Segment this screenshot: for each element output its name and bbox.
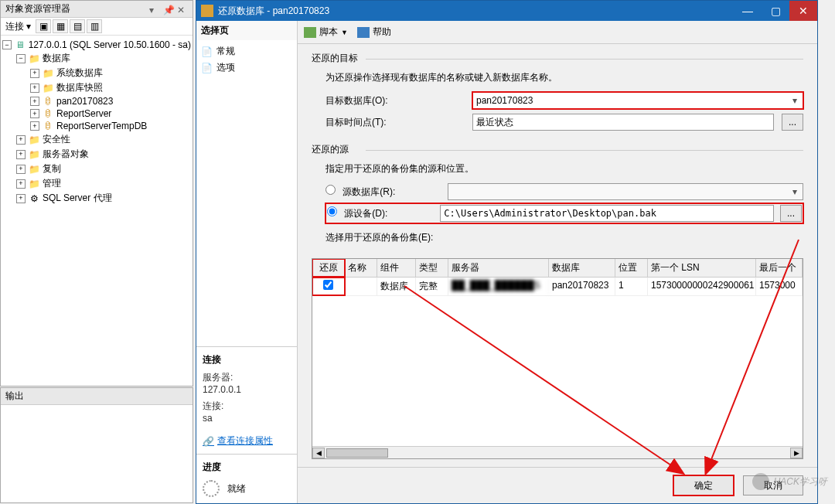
folder-icon: 📁	[28, 164, 40, 175]
view-connection-link[interactable]: 🔗 查看连接属性	[203, 434, 273, 448]
folder-icon: 📁	[28, 135, 40, 145]
watermark-text: HACK学习呀	[774, 475, 827, 489]
expander-icon[interactable]: +	[30, 109, 39, 118]
restore-target-desc: 为还原操作选择现有数据库的名称或键入新数据库名称。	[325, 71, 803, 84]
close-icon[interactable]: ✕	[177, 5, 188, 14]
expander-icon[interactable]: +	[30, 121, 39, 131]
toolbar-btn-2[interactable]: ▦	[53, 19, 68, 33]
pin-icon[interactable]: 📌	[163, 5, 174, 14]
source-device-radio-label[interactable]: 源设备(D):	[327, 206, 387, 220]
grid-header-firstlsn[interactable]: 第一个 LSN	[648, 259, 756, 277]
toolbar-btn-3[interactable]: ▤	[70, 19, 85, 33]
target-time-browse-button[interactable]: ...	[782, 114, 803, 131]
cell-lastlsn: 1573000	[756, 278, 803, 295]
link-label: 查看连接属性	[217, 434, 273, 448]
restore-source-desc: 指定用于还原的备份集的源和位置。	[325, 162, 803, 175]
grid-header-restore[interactable]: 还原	[312, 259, 345, 277]
object-explorer-panel: 对象资源管理器 ▾ 📌 ✕ 连接 ▾ ▣ ▦ ▤ ▥ − 🖥 127.0.0.1…	[0, 0, 193, 387]
database-icon	[201, 5, 213, 17]
restore-checkbox[interactable]	[323, 280, 333, 290]
restore-checkbox-cell[interactable]	[312, 278, 345, 295]
tree-server-node[interactable]: − 🖥 127.0.0.1 (SQL Server 10.50.1600 - s…	[2, 39, 191, 51]
dialog-toolbar: 脚本 ▼ 帮助	[298, 21, 817, 44]
scroll-left-button[interactable]: ◀	[312, 448, 325, 458]
source-db-radio[interactable]	[325, 185, 336, 195]
expander-icon[interactable]: +	[16, 165, 26, 174]
expander-icon[interactable]: +	[16, 194, 26, 203]
script-button[interactable]: 脚本 ▼	[304, 26, 348, 39]
connection-value: sa	[203, 413, 291, 424]
object-explorer-tree: − 🖥 127.0.0.1 (SQL Server 10.50.1600 - s…	[1, 36, 193, 209]
expander-icon[interactable]: +	[30, 83, 39, 93]
grid-header-row: 还原 名称 组件 类型 服务器 数据库 位置 第一个 LSN 最后一个	[312, 259, 803, 278]
database-icon: 🛢	[42, 96, 54, 107]
grid-header-position[interactable]: 位置	[615, 259, 648, 277]
backup-sets-grid[interactable]: 还原 名称 组件 类型 服务器 数据库 位置 第一个 LSN 最后一个 数据库	[312, 258, 803, 459]
connection-label: 连接:	[203, 400, 291, 413]
grid-horizontal-scrollbar[interactable]: ◀ ▶	[312, 446, 803, 458]
restore-target-title: 还原的目标	[312, 52, 803, 65]
dropdown-icon[interactable]: ▾	[149, 5, 160, 14]
help-icon	[357, 27, 370, 38]
tree-db-reportserver-node[interactable]: + 🛢 ReportServer	[2, 107, 191, 120]
tree-label: SQL Server 代理	[43, 192, 112, 205]
tree-db-reportservertemp-node[interactable]: + 🛢 ReportServerTempDB	[2, 120, 191, 132]
ok-button[interactable]: 确定	[673, 475, 734, 495]
tree-sysdb-node[interactable]: + 📁 系统数据库	[2, 66, 191, 80]
expander-icon[interactable]: +	[30, 69, 39, 78]
tree-management-node[interactable]: + 📁 管理	[2, 176, 191, 191]
grid-header-server[interactable]: 服务器	[448, 259, 549, 277]
cell-firstlsn: 15730000000242900061	[648, 278, 756, 295]
expander-icon[interactable]: +	[16, 179, 26, 189]
dialog-title: 还原数据库 - pan20170823	[218, 5, 329, 18]
cell-name	[345, 278, 377, 295]
source-device-input[interactable]	[440, 205, 774, 222]
tree-db-pan-node[interactable]: + 🛢 pan20170823	[2, 95, 191, 107]
close-button[interactable]: ✕	[789, 1, 817, 21]
tree-agent-node[interactable]: + ⚙ SQL Server 代理	[2, 191, 191, 206]
grid-header-name[interactable]: 名称	[345, 259, 377, 277]
tree-security-node[interactable]: + 📁 安全性	[2, 132, 191, 147]
page-options[interactable]: 📄 选项	[201, 60, 292, 76]
minimize-button[interactable]: —	[734, 1, 762, 21]
restore-source-group: 还原的源 指定用于还原的备份集的源和位置。 源数据库(R): ▾	[312, 143, 803, 246]
toolbar-btn-4[interactable]: ▥	[87, 19, 102, 33]
scroll-right-button[interactable]: ▶	[790, 448, 803, 458]
page-label: 选项	[216, 61, 235, 74]
expander-icon[interactable]: +	[30, 97, 39, 106]
expander-icon[interactable]: +	[16, 150, 26, 159]
help-label: 帮助	[373, 26, 391, 39]
target-db-combo[interactable]: pan20170823 ▾	[472, 92, 803, 109]
help-button[interactable]: 帮助	[357, 26, 391, 39]
folder-icon: 📁	[42, 83, 54, 94]
source-device-browse-button[interactable]: ...	[780, 205, 802, 222]
connect-button[interactable]: 连接 ▾	[5, 20, 31, 33]
target-time-input[interactable]	[472, 114, 774, 131]
source-db-radio-label[interactable]: 源数据库(R):	[325, 185, 395, 199]
expander-icon[interactable]: −	[16, 54, 26, 63]
page-general[interactable]: 📄 常规	[201, 43, 292, 60]
tree-replication-node[interactable]: + 📁 复制	[2, 162, 191, 176]
maximize-button[interactable]: ▢	[762, 1, 789, 21]
dialog-titlebar[interactable]: 还原数据库 - pan20170823 — ▢ ✕	[196, 1, 817, 21]
expander-icon[interactable]: +	[16, 135, 26, 145]
tree-serverobjects-node[interactable]: + 📁 服务器对象	[2, 147, 191, 162]
grid-header-type[interactable]: 类型	[416, 259, 448, 277]
table-row[interactable]: 数据库 完整 ██_███_██████S pan20170823 1 1573…	[312, 278, 803, 296]
server-label: 127.0.0.1 (SQL Server 10.50.1600 - sa)	[29, 39, 191, 50]
expander-icon[interactable]: −	[2, 40, 12, 49]
source-device-radio[interactable]	[327, 206, 337, 216]
chevron-down-icon[interactable]: ▾	[789, 95, 801, 106]
server-label: 服务器:	[203, 371, 291, 384]
cell-database: pan20170823	[549, 278, 615, 295]
grid-header-database[interactable]: 数据库	[549, 259, 615, 277]
toolbar-btn-1[interactable]: ▣	[36, 19, 51, 33]
cell-position: 1	[615, 278, 648, 295]
database-icon: 🛢	[42, 108, 54, 119]
grid-header-lastlsn[interactable]: 最后一个	[756, 259, 803, 277]
tree-snapshots-node[interactable]: + 📁 数据库快照	[2, 80, 191, 95]
tree-databases-node[interactable]: − 📁 数据库	[2, 51, 191, 66]
scroll-thumb[interactable]	[326, 448, 388, 458]
cell-component: 数据库	[377, 278, 416, 295]
grid-header-component[interactable]: 组件	[377, 259, 416, 277]
